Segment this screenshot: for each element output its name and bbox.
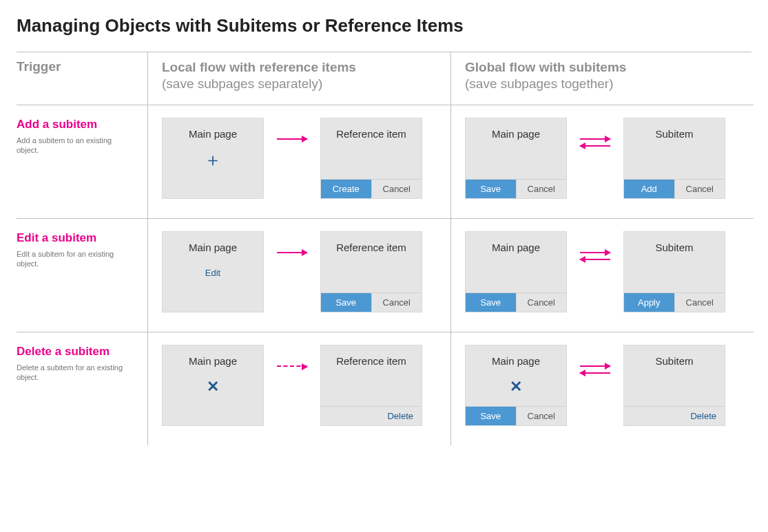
cancel-button[interactable]: Cancel: [674, 293, 725, 312]
card-title: Main page: [466, 118, 566, 140]
card-subitem: Subitem Add Cancel: [623, 118, 725, 199]
card-title: Main page: [163, 345, 263, 368]
comparison-grid: Trigger Local flow with reference items …: [17, 52, 751, 445]
col-header-global: Global flow with subitems (save subpages…: [450, 52, 754, 105]
save-button[interactable]: Save: [321, 293, 371, 312]
arrow-left-icon: [580, 145, 610, 147]
card-title: Subitem: [624, 232, 725, 254]
card-main-page: Main page ✕: [162, 345, 264, 426]
arrow-right-icon: [580, 252, 610, 253]
card-reference-item: Reference item Save Cancel: [320, 231, 422, 312]
col-header-trigger: Trigger: [17, 52, 147, 105]
card-title: Subitem: [624, 118, 725, 140]
arrow-right: [272, 231, 312, 253]
plus-icon[interactable]: ＋: [204, 151, 222, 169]
trigger-delete: Delete a subitem Delete a subitem for an…: [17, 332, 147, 445]
arrow-bidirectional: [575, 231, 615, 260]
col-header-local-sub: (save subpages separately): [162, 76, 437, 92]
card-title: Reference item: [321, 345, 422, 368]
card-title: Subitem: [624, 345, 725, 368]
global-add-cell: Main page Save Cancel Subitem Add Cancel: [450, 105, 754, 218]
card-title: Main page: [466, 232, 566, 254]
card-title: Main page: [163, 232, 263, 254]
arrow-right-dashed-icon: [277, 365, 307, 367]
save-button[interactable]: Save: [466, 180, 516, 198]
arrow-right-icon: [580, 138, 610, 140]
close-icon[interactable]: ✕: [207, 379, 219, 394]
arrow-bidirectional: [575, 345, 615, 374]
col-header-local: Local flow with reference items (save su…: [147, 52, 450, 105]
card-subitem: Subitem Delete: [623, 345, 725, 426]
apply-button[interactable]: Apply: [624, 293, 674, 312]
arrow-right: [272, 118, 312, 140]
cancel-button[interactable]: Cancel: [516, 407, 567, 425]
arrow-left-icon: [580, 372, 610, 374]
card-main-page: Main page ＋: [162, 118, 264, 199]
card-title: Reference item: [321, 232, 422, 254]
cancel-button[interactable]: Cancel: [516, 180, 567, 198]
card-subitem: Subitem Apply Cancel: [623, 231, 725, 312]
global-edit-cell: Main page Save Cancel Subitem Apply Canc…: [450, 218, 754, 332]
trigger-edit-desc: Edit a subitem for an existing object.: [17, 249, 134, 270]
arrow-right-dashed: [272, 345, 312, 367]
edit-link[interactable]: Edit: [205, 268, 220, 278]
trigger-add-desc: Add a subitem to an existing object.: [17, 136, 134, 156]
add-button[interactable]: Add: [624, 180, 674, 198]
cancel-button[interactable]: Cancel: [371, 293, 422, 312]
trigger-delete-desc: Delete a subitem for an existing object.: [17, 363, 134, 383]
global-delete-cell: Main page ✕ Save Cancel Subitem Delete: [450, 332, 754, 445]
local-delete-cell: Main page ✕ Reference item Delete: [147, 332, 450, 445]
arrow-left-icon: [580, 259, 610, 260]
card-title: Main page: [163, 118, 263, 140]
col-header-global-title: Global flow with subitems: [465, 60, 626, 74]
trigger-edit: Edit a subitem Edit a subitem for an exi…: [17, 218, 147, 332]
card-main-page: Main page Save Cancel: [465, 118, 567, 199]
arrow-right-icon: [277, 138, 307, 140]
col-header-global-sub: (save subpages together): [465, 76, 740, 92]
card-main-page: Main page Save Cancel: [465, 231, 567, 312]
delete-link[interactable]: Delete: [379, 407, 422, 425]
trigger-add: Add a subitem Add a subitem to an existi…: [17, 105, 147, 218]
close-icon[interactable]: ✕: [510, 379, 522, 394]
arrow-right-icon: [580, 365, 610, 367]
card-main-page: Main page ✕ Save Cancel: [465, 345, 567, 426]
trigger-add-title: Add a subitem: [17, 118, 143, 131]
cancel-button[interactable]: Cancel: [674, 180, 725, 198]
card-reference-item: Reference item Create Cancel: [320, 118, 422, 199]
trigger-delete-title: Delete a subitem: [17, 345, 143, 359]
create-button[interactable]: Create: [321, 180, 371, 198]
card-title: Main page: [466, 345, 566, 368]
arrow-bidirectional: [575, 118, 615, 147]
save-button[interactable]: Save: [466, 293, 516, 312]
page-title: Managing Objects with Subitems or Refere…: [17, 15, 751, 36]
col-header-local-title: Local flow with reference items: [162, 60, 356, 74]
card-main-page: Main page Edit: [162, 231, 264, 312]
arrow-right-icon: [277, 252, 307, 253]
trigger-edit-title: Edit a subitem: [17, 231, 143, 245]
local-edit-cell: Main page Edit Reference item Save Cance…: [147, 218, 450, 332]
card-title: Reference item: [321, 118, 422, 140]
cancel-button[interactable]: Cancel: [516, 293, 567, 312]
local-add-cell: Main page ＋ Reference item Create Cancel: [147, 105, 450, 218]
card-reference-item: Reference item Delete: [320, 345, 422, 426]
cancel-button[interactable]: Cancel: [371, 180, 422, 198]
save-button[interactable]: Save: [466, 407, 516, 425]
delete-link[interactable]: Delete: [682, 407, 725, 425]
